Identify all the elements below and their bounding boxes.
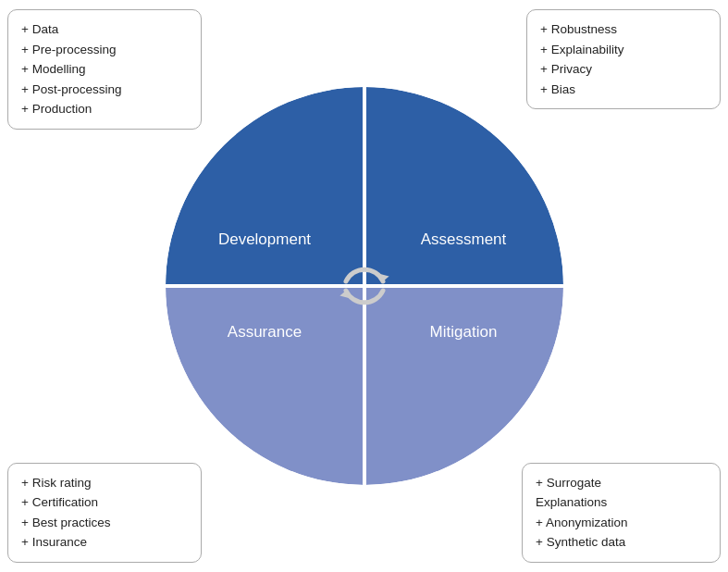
bottom-left-item-1: + Risk rating (21, 473, 188, 493)
bottom-right-item-3: + Anonymization (536, 513, 707, 533)
bottom-left-item-3: + Best practices (21, 513, 188, 533)
top-right-item-2: + Explainability (540, 40, 707, 60)
bottom-right-item-1: + Surrogate (536, 473, 707, 493)
bottom-right-item-2: Explanations (536, 492, 707, 513)
top-left-item-3: + Modelling (21, 59, 188, 80)
center-arrows (327, 249, 401, 323)
top-left-item-1: + Data (21, 19, 188, 40)
top-right-item-4: + Bias (540, 80, 707, 100)
development-label: Development (166, 230, 364, 249)
bottom-left-item-2: + Certification (21, 492, 188, 513)
top-left-box: + Data + Pre-processing + Modelling + Po… (7, 9, 202, 130)
top-left-item-4: + Post-processing (21, 80, 188, 100)
top-left-item-2: + Pre-processing (21, 40, 188, 60)
diagram-container: + Data + Pre-processing + Modelling + Po… (0, 0, 728, 572)
assessment-label: Assessment (364, 230, 563, 249)
assurance-label: Assurance (166, 323, 364, 342)
bottom-left-item-4: + Insurance (21, 532, 188, 553)
bottom-left-box: + Risk rating + Certification + Best pra… (7, 463, 202, 563)
top-left-item-5: + Production (21, 99, 188, 119)
top-right-item-3: + Privacy (540, 59, 707, 80)
top-right-item-1: + Robustness (540, 19, 707, 40)
top-right-box: + Robustness + Explainability + Privacy … (526, 9, 721, 109)
bottom-right-box: + Surrogate Explanations + Anonymization… (522, 463, 721, 563)
mitigation-label: Mitigation (364, 323, 563, 342)
bottom-right-item-4: + Synthetic data (536, 532, 707, 553)
